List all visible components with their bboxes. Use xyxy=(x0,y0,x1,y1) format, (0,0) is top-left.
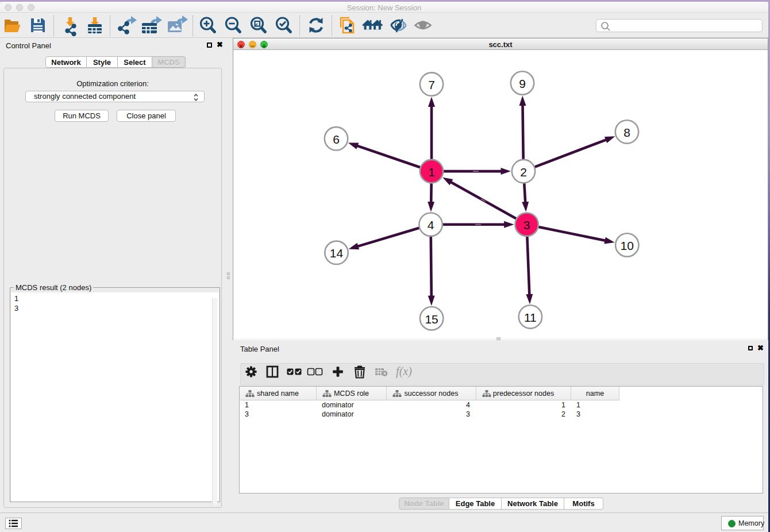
svg-text:1: 1 xyxy=(428,165,435,179)
svg-text:2: 2 xyxy=(520,165,527,179)
svg-text:6: 6 xyxy=(333,133,340,146)
svg-text:3: 3 xyxy=(523,218,530,232)
svg-text:f(x): f(x) xyxy=(396,365,412,378)
svg-text:9: 9 xyxy=(519,77,526,90)
svg-text:4: 4 xyxy=(428,218,434,232)
svg-text:8: 8 xyxy=(623,126,630,139)
svg-text:15: 15 xyxy=(425,313,438,326)
svg-text:11: 11 xyxy=(524,311,537,324)
svg-text:7: 7 xyxy=(428,78,435,91)
svg-text:10: 10 xyxy=(621,239,634,252)
svg-text:14: 14 xyxy=(330,246,344,260)
